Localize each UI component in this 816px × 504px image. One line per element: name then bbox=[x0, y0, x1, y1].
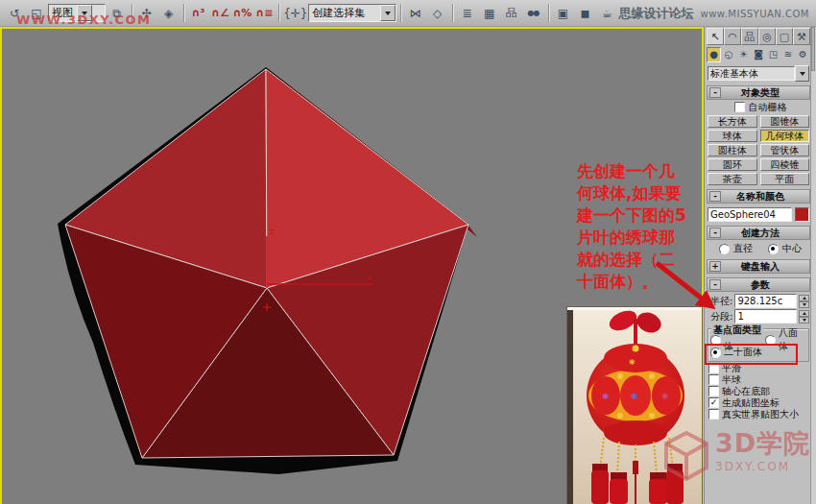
spinner-snap-icon[interactable]: ∩≡ bbox=[253, 3, 275, 24]
render-frame-icon[interactable]: ◼ bbox=[575, 3, 596, 24]
center-label: 中心 bbox=[782, 242, 802, 255]
watermark-title: 3D学院 bbox=[715, 429, 810, 458]
torus-button[interactable]: 圆环 bbox=[708, 158, 757, 171]
cone-button[interactable]: 圆锥体 bbox=[760, 115, 810, 128]
diameter-label: 直径 bbox=[733, 242, 753, 255]
svg-text:✱: ✱ bbox=[631, 392, 638, 401]
svg-text:x: x bbox=[367, 274, 372, 282]
svg-text:✱: ✱ bbox=[661, 392, 669, 401]
toolbar-separator bbox=[278, 4, 279, 22]
segments-input[interactable]: 1 bbox=[734, 309, 797, 324]
helpers-category-icon[interactable]: ◳ bbox=[766, 47, 780, 62]
selection-set-value: 创建选择集 bbox=[312, 6, 365, 20]
mirror-icon[interactable]: ⋈ bbox=[405, 3, 426, 24]
object-name-input[interactable]: GeoSphere04 bbox=[708, 207, 792, 222]
site-branding: 思缘设计论坛 www.MISSYUAN.COM bbox=[619, 5, 812, 22]
cameras-category-icon[interactable]: ◙ bbox=[751, 47, 765, 62]
object-color-swatch[interactable] bbox=[795, 207, 809, 222]
spacewarps-category-icon[interactable]: ≋ bbox=[780, 47, 795, 62]
create-tab-icon[interactable]: ↖ bbox=[707, 28, 724, 45]
toolbar-separator bbox=[548, 4, 549, 22]
rollout-object-type[interactable]: - 对象类型 bbox=[707, 85, 810, 100]
percent-snap-icon[interactable]: ∩% bbox=[231, 3, 252, 24]
svg-text:✱: ✱ bbox=[602, 392, 610, 401]
motion-tab-icon[interactable]: ◎ bbox=[758, 28, 776, 45]
panel-scrollbar[interactable] bbox=[810, 27, 816, 504]
watermark-bottom-right: 3D学院 3DXY.COM bbox=[662, 429, 810, 483]
rollout-name-color[interactable]: - 名称和颜色 bbox=[707, 189, 810, 204]
real-world-map-checkbox[interactable] bbox=[708, 409, 719, 420]
annotation-line: 建一个下图的5 bbox=[577, 204, 713, 227]
systems-category-icon[interactable]: ⚙ bbox=[796, 47, 810, 62]
material-editor-icon[interactable]: ●● bbox=[523, 3, 544, 24]
plane-button[interactable]: 平面 bbox=[760, 173, 810, 185]
rollout-keyboard-entry[interactable]: + 键盘输入 bbox=[707, 259, 810, 274]
geometry-category-icon[interactable]: ● bbox=[707, 47, 721, 62]
svg-text:✱: ✱ bbox=[629, 358, 636, 367]
lights-category-icon[interactable]: ☀ bbox=[736, 47, 751, 62]
create-categories: ● ◵ ☀ ◙ ◳ ≋ ⚙ bbox=[705, 45, 816, 62]
segments-label: 分段: bbox=[710, 310, 732, 324]
geosphere-button[interactable]: 几何球体 bbox=[760, 130, 810, 142]
render-setup-icon[interactable]: ▣ bbox=[553, 3, 574, 24]
named-selection-icon[interactable]: {✛} bbox=[283, 3, 307, 24]
center-radio[interactable] bbox=[768, 244, 779, 254]
hierarchy-tab-icon[interactable]: 品 bbox=[741, 28, 758, 45]
selection-set-dropdown[interactable]: 创建选择集 bbox=[308, 4, 396, 22]
real-world-map-label: 真实世界贴图大小 bbox=[722, 408, 799, 421]
annotation-line: 就的选择（二 bbox=[577, 249, 713, 271]
toolbar-separator bbox=[400, 4, 401, 22]
shapes-category-icon[interactable]: ◵ bbox=[721, 47, 735, 62]
layer-manager-icon[interactable]: ≣ bbox=[457, 3, 478, 24]
radius-input[interactable]: 928.125c bbox=[734, 294, 797, 308]
display-tab-icon[interactable]: ▢ bbox=[776, 28, 793, 45]
tube-button[interactable]: 管状体 bbox=[760, 144, 810, 156]
tutorial-annotation: 先创建一个几 何球体,如果要 建一个下图的5 片叶的绣球那 就的选择（二 十面体… bbox=[577, 160, 713, 293]
annotation-line: 片叶的绣球那 bbox=[577, 227, 713, 249]
icosa-label: 二十面体 bbox=[724, 346, 762, 359]
watermark-top-left: WWW.3DXY.COM bbox=[16, 12, 151, 27]
chevron-down-icon[interactable] bbox=[795, 65, 809, 82]
utilities-tab-icon[interactable]: ⚒ bbox=[793, 28, 810, 45]
collapse-icon[interactable]: - bbox=[709, 87, 721, 98]
icosa-radio[interactable] bbox=[710, 348, 721, 358]
radius-label: 半径: bbox=[710, 295, 732, 308]
curve-editor-icon[interactable]: ▦ bbox=[479, 3, 500, 24]
pyramid-button[interactable]: 四棱锥 bbox=[760, 158, 810, 171]
primitive-type-dropdown[interactable]: 标准基本体 bbox=[708, 66, 795, 81]
rollout-creation-method[interactable]: - 创建方法 bbox=[707, 226, 810, 240]
cylinder-button[interactable]: 圆柱体 bbox=[708, 144, 757, 156]
3dsmax-window: ↺ ◱ 视图 ⧉ ✣ ◈ ∩³ ∩∠ ∩% ∩≡ {✛} 创建选择集 ⋈ ◇ ≣… bbox=[0, 0, 816, 504]
box-button[interactable]: 长方体 bbox=[708, 115, 757, 128]
bind-spacewarp-icon[interactable]: ◈ bbox=[158, 3, 180, 24]
mapping-coords-checkbox[interactable]: ✓ bbox=[708, 397, 719, 408]
smooth-checkbox[interactable] bbox=[708, 363, 719, 373]
teapot-button[interactable]: 茶壶 bbox=[708, 173, 757, 185]
command-panel-tabs: ↖ ◠ 品 ◎ ▢ ⚒ bbox=[705, 27, 816, 45]
radius-spinner[interactable] bbox=[799, 295, 809, 308]
site-url: www.MISSYUAN.COM bbox=[701, 9, 809, 19]
sphere-button[interactable]: 球体 bbox=[708, 130, 757, 142]
toolbar-separator bbox=[452, 4, 453, 22]
autogrid-checkbox[interactable] bbox=[734, 102, 745, 112]
schematic-view-icon[interactable]: 品 bbox=[501, 3, 522, 24]
annotation-line: 先创建一个几 bbox=[577, 160, 713, 182]
snap-toggle-icon[interactable]: ∩³ bbox=[187, 3, 208, 24]
chevron-down-icon[interactable] bbox=[380, 5, 396, 21]
base-facets-group: 基点面类型 四面体 八面体 二十面体 bbox=[708, 328, 809, 362]
toolbar-separator bbox=[183, 4, 184, 22]
base-to-pivot-checkbox[interactable] bbox=[708, 386, 719, 396]
quick-render-icon[interactable]: ☕ bbox=[597, 3, 618, 24]
rollout-parameters[interactable]: - 参数 bbox=[707, 277, 810, 292]
octa-radio[interactable] bbox=[765, 335, 776, 346]
watermark-url: 3DXY.COM bbox=[715, 460, 790, 473]
base-facets-title: 基点面类型 bbox=[711, 324, 763, 337]
segments-spinner[interactable] bbox=[799, 310, 809, 324]
tetra-radio[interactable] bbox=[710, 335, 721, 346]
diameter-radio[interactable] bbox=[719, 244, 730, 254]
modify-tab-icon[interactable]: ◠ bbox=[724, 28, 741, 45]
site-name: 思缘设计论坛 bbox=[619, 5, 694, 22]
angle-snap-icon[interactable]: ∩∠ bbox=[209, 3, 230, 24]
hemisphere-checkbox[interactable] bbox=[708, 374, 719, 385]
align-icon[interactable]: ◇ bbox=[427, 3, 448, 24]
